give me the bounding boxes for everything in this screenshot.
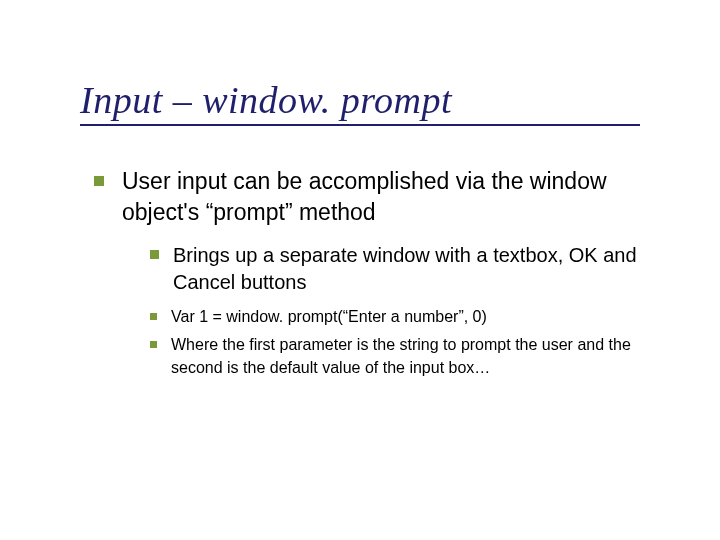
- square-bullet-icon: [150, 341, 157, 348]
- bullet-text: Where the first parameter is the string …: [171, 334, 680, 379]
- bullet-text: Brings up a separate window with a textb…: [173, 242, 680, 296]
- bullet-level2: Brings up a separate window with a textb…: [150, 242, 680, 296]
- bullet-text: Var 1 = window. prompt(“Enter a number”,…: [171, 306, 507, 328]
- slide-title: Input – window. prompt: [80, 78, 640, 126]
- bullet-text: User input can be accomplished via the w…: [122, 166, 680, 228]
- slide: Input – window. prompt User input can be…: [0, 0, 720, 540]
- bullet-level3: Var 1 = window. prompt(“Enter a number”,…: [150, 306, 680, 328]
- square-bullet-icon: [94, 176, 104, 186]
- bullet-level1: User input can be accomplished via the w…: [94, 166, 680, 228]
- square-bullet-icon: [150, 250, 159, 259]
- bullet-level3: Where the first parameter is the string …: [150, 334, 680, 379]
- square-bullet-icon: [150, 313, 157, 320]
